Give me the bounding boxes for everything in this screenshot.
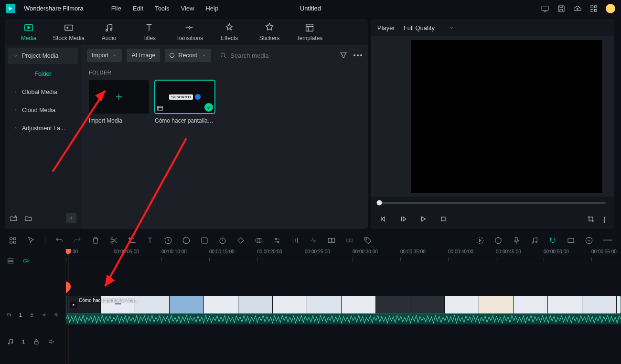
mute-icon[interactable] <box>42 311 47 319</box>
link-icon[interactable] <box>345 236 354 245</box>
tag-icon[interactable] <box>364 236 372 245</box>
undo-icon[interactable] <box>55 236 64 245</box>
import-button[interactable]: Import <box>87 49 122 62</box>
beat-icon[interactable] <box>309 236 318 245</box>
render-icon[interactable] <box>476 236 484 245</box>
more-options-icon[interactable] <box>353 54 362 56</box>
visibility-icon[interactable] <box>54 311 59 319</box>
quality-dropdown[interactable]: Full Quality <box>404 24 454 31</box>
stop-button[interactable] <box>439 215 447 223</box>
audio-track-header[interactable]: 1 <box>0 328 65 355</box>
prev-frame-button[interactable] <box>379 215 387 223</box>
redo-icon[interactable] <box>73 236 82 245</box>
sliders-icon[interactable] <box>273 236 281 245</box>
search-icon <box>220 52 227 59</box>
speed-icon[interactable] <box>164 236 172 245</box>
timeline-ruler[interactable]: 00:00 00:00:05:00 00:00:10:00 00:00:15:0… <box>66 249 621 263</box>
svg-point-37 <box>535 241 537 243</box>
svg-rect-43 <box>7 314 10 316</box>
folder-icon[interactable] <box>24 214 32 222</box>
record-button[interactable]: Record <box>165 49 211 62</box>
sidebar-item-project-media[interactable]: Project Media <box>8 48 78 64</box>
filter-icon[interactable] <box>339 51 348 60</box>
svg-rect-40 <box>603 239 612 241</box>
tab-templates[interactable]: Templates <box>289 22 330 42</box>
lock-icon[interactable] <box>30 311 34 319</box>
menu-edit[interactable]: Edit <box>133 5 143 12</box>
media-clip-card[interactable]: SUSCRITO Cómo hacer pantallas ... <box>155 80 215 124</box>
tab-stock-media[interactable]: Stock Media <box>49 22 89 42</box>
player-scrubber[interactable] <box>371 197 614 209</box>
import-media-card[interactable]: Import Media <box>89 80 149 124</box>
user-avatar[interactable] <box>606 4 615 13</box>
timeline-body[interactable]: 00:00 00:00:05:00 00:00:10:00 00:00:15:0… <box>66 249 621 364</box>
timer-icon[interactable] <box>218 236 227 245</box>
tab-effects[interactable]: Effects <box>209 22 249 42</box>
keyframe-icon[interactable] <box>236 236 245 245</box>
timeline-link-icon[interactable] <box>22 257 30 265</box>
play-pause-button[interactable] <box>399 215 407 223</box>
document-title: Untitled <box>300 5 321 12</box>
svg-rect-48 <box>34 341 38 344</box>
svg-rect-42 <box>8 261 13 263</box>
video-track-header[interactable]: 1 <box>0 302 65 328</box>
curly-brace-icon[interactable]: { <box>603 215 606 223</box>
menu-view[interactable]: View <box>181 5 194 12</box>
svg-rect-15 <box>10 238 12 240</box>
save-icon[interactable] <box>557 4 566 13</box>
zoom-slider[interactable] <box>603 239 612 241</box>
menu-help[interactable]: Help <box>205 5 218 12</box>
svg-rect-0 <box>542 6 548 10</box>
svg-point-34 <box>477 237 483 244</box>
crop-tool-icon[interactable] <box>128 236 136 245</box>
tab-titles[interactable]: Titles <box>129 22 169 42</box>
text-icon[interactable] <box>146 236 154 245</box>
new-folder-icon[interactable] <box>10 214 18 222</box>
player-label: Player <box>377 24 395 31</box>
search-input[interactable] <box>230 52 334 59</box>
tab-media[interactable]: Media <box>9 22 49 42</box>
music-icon[interactable] <box>530 236 539 245</box>
play-button[interactable] <box>419 215 427 223</box>
sidebar-item-cloud-media[interactable]: Cloud Media <box>8 102 78 118</box>
svg-point-47 <box>11 342 13 343</box>
menu-file[interactable]: File <box>111 5 121 12</box>
magnet-icon[interactable] <box>548 236 557 245</box>
marker-icon[interactable] <box>494 236 503 245</box>
color-icon[interactable] <box>182 236 191 245</box>
mute-icon[interactable] <box>48 338 55 345</box>
menu-tools[interactable]: Tools <box>155 5 169 12</box>
main-menu: File Edit Tools View Help <box>111 5 218 12</box>
video-clip[interactable]: Cómo hacer pantallas fina... <box>66 296 621 314</box>
tab-stickers[interactable]: Stickers <box>249 22 289 42</box>
tab-transitions[interactable]: Transitions <box>169 22 209 42</box>
playhead-knob[interactable] <box>66 279 73 294</box>
crop-icon[interactable] <box>587 215 595 223</box>
group-icon[interactable] <box>327 236 336 245</box>
mask-icon[interactable] <box>255 236 263 245</box>
audio-waveform[interactable] <box>66 314 621 324</box>
cursor-icon[interactable] <box>27 236 35 245</box>
sidebar-item-global-media[interactable]: Global Media <box>8 84 78 100</box>
playhead[interactable] <box>68 249 68 364</box>
cut-icon[interactable] <box>109 236 118 245</box>
ai-image-button[interactable]: AI Image <box>127 49 160 62</box>
tab-audio[interactable]: Audio <box>89 22 129 42</box>
audio-mix-icon[interactable] <box>291 236 300 245</box>
apps-icon[interactable] <box>9 236 17 245</box>
video-preview[interactable] <box>371 36 614 197</box>
adjust-icon[interactable] <box>200 236 209 245</box>
screen-icon[interactable] <box>541 4 549 13</box>
cloud-upload-icon[interactable] <box>573 4 582 13</box>
svg-point-10 <box>110 29 112 31</box>
zoom-out-icon[interactable] <box>585 236 593 245</box>
mic-icon[interactable] <box>512 236 521 245</box>
timeline-layers-icon[interactable] <box>7 257 14 265</box>
fit-icon[interactable] <box>567 236 575 245</box>
sidebar-item-adjustment-layer[interactable]: Adjustment La... <box>8 120 78 136</box>
delete-icon[interactable] <box>91 236 100 245</box>
collapse-sidebar-button[interactable] <box>66 213 76 223</box>
sidebar-item-folder[interactable]: Folder <box>8 66 78 82</box>
apps-grid-icon[interactable] <box>589 4 598 13</box>
lock-icon[interactable] <box>32 338 40 345</box>
